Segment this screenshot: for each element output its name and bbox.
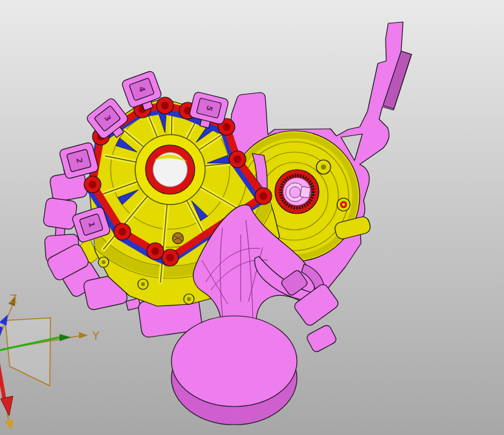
central-bore[interactable]	[135, 135, 205, 205]
seal-collar-notch	[300, 186, 311, 198]
bolt-boss[interactable]	[162, 249, 179, 266]
y-arrowhead-green	[60, 334, 71, 341]
bolt-boss[interactable]	[114, 223, 131, 240]
seal-bore[interactable]	[275, 170, 319, 214]
disc-top[interactable]	[171, 316, 297, 407]
bolt-boss[interactable]	[84, 176, 101, 193]
datum-plane[interactable]	[5, 318, 50, 386]
axis-z-label: Z	[10, 293, 17, 306]
y-arrowhead-tan	[79, 332, 88, 339]
seal-collar-bore	[290, 187, 301, 198]
bolt-boss[interactable]	[157, 97, 173, 114]
bolt-hole-center	[342, 203, 345, 206]
bolt-boss[interactable]	[255, 188, 272, 205]
chain-pad[interactable]	[43, 197, 78, 230]
axis-y-label: Y	[92, 329, 100, 342]
bolt-boss[interactable]	[229, 151, 246, 168]
orientation-triad[interactable]: Y Z	[0, 293, 100, 430]
arm-tab	[305, 324, 337, 353]
bronze-plug[interactable]	[173, 233, 184, 244]
bolt-boss[interactable]	[147, 243, 164, 260]
axis-x[interactable]	[0, 360, 13, 430]
bolt-ear-hole	[321, 164, 326, 170]
x-arrowhead-gold	[5, 419, 13, 430]
viewport-canvas[interactable]: 4 3 2 5 1	[0, 0, 504, 435]
z-arrowhead-blue	[0, 315, 8, 326]
